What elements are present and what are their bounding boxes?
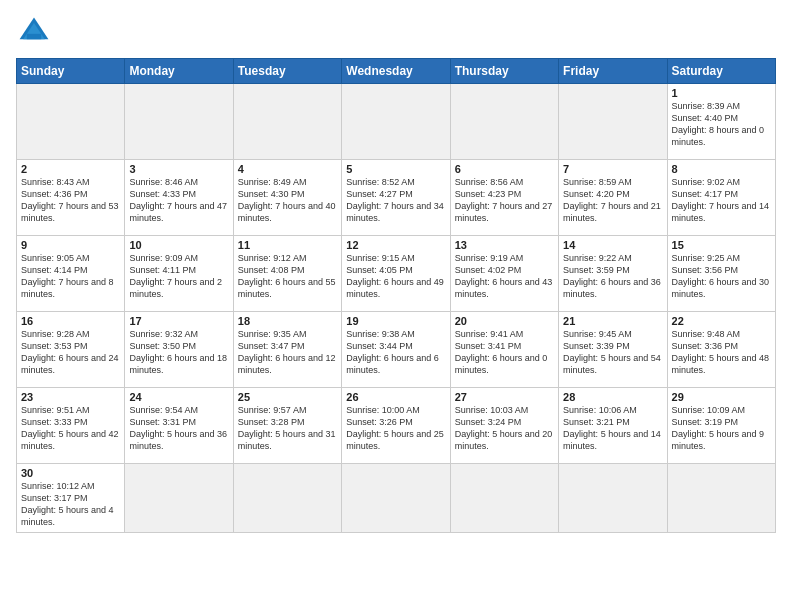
day-info: Sunrise: 10:00 AM Sunset: 3:26 PM Daylig… (346, 404, 445, 453)
calendar-day-cell: 5Sunrise: 8:52 AM Sunset: 4:27 PM Daylig… (342, 160, 450, 236)
calendar-day-cell (233, 84, 341, 160)
day-number: 18 (238, 315, 337, 327)
calendar-day-header: Saturday (667, 59, 775, 84)
calendar-day-cell: 27Sunrise: 10:03 AM Sunset: 3:24 PM Dayl… (450, 388, 558, 464)
day-info: Sunrise: 8:49 AM Sunset: 4:30 PM Dayligh… (238, 176, 337, 225)
calendar-week-row: 1Sunrise: 8:39 AM Sunset: 4:40 PM Daylig… (17, 84, 776, 160)
day-number: 16 (21, 315, 120, 327)
day-number: 27 (455, 391, 554, 403)
calendar-day-cell: 19Sunrise: 9:38 AM Sunset: 3:44 PM Dayli… (342, 312, 450, 388)
day-number: 28 (563, 391, 662, 403)
day-info: Sunrise: 9:22 AM Sunset: 3:59 PM Dayligh… (563, 252, 662, 301)
day-number: 12 (346, 239, 445, 251)
day-info: Sunrise: 9:38 AM Sunset: 3:44 PM Dayligh… (346, 328, 445, 377)
day-info: Sunrise: 9:41 AM Sunset: 3:41 PM Dayligh… (455, 328, 554, 377)
calendar-day-cell: 2Sunrise: 8:43 AM Sunset: 4:36 PM Daylig… (17, 160, 125, 236)
day-number: 8 (672, 163, 771, 175)
calendar-day-cell: 6Sunrise: 8:56 AM Sunset: 4:23 PM Daylig… (450, 160, 558, 236)
day-number: 21 (563, 315, 662, 327)
day-info: Sunrise: 9:05 AM Sunset: 4:14 PM Dayligh… (21, 252, 120, 301)
calendar-day-cell (450, 464, 558, 533)
day-number: 2 (21, 163, 120, 175)
calendar-day-cell: 14Sunrise: 9:22 AM Sunset: 3:59 PM Dayli… (559, 236, 667, 312)
calendar-day-header: Thursday (450, 59, 558, 84)
day-number: 3 (129, 163, 228, 175)
calendar-week-row: 9Sunrise: 9:05 AM Sunset: 4:14 PM Daylig… (17, 236, 776, 312)
day-info: Sunrise: 8:52 AM Sunset: 4:27 PM Dayligh… (346, 176, 445, 225)
day-info: Sunrise: 8:59 AM Sunset: 4:20 PM Dayligh… (563, 176, 662, 225)
day-info: Sunrise: 9:28 AM Sunset: 3:53 PM Dayligh… (21, 328, 120, 377)
page: SundayMondayTuesdayWednesdayThursdayFrid… (0, 0, 792, 612)
calendar-day-cell (342, 84, 450, 160)
day-number: 1 (672, 87, 771, 99)
day-info: Sunrise: 9:45 AM Sunset: 3:39 PM Dayligh… (563, 328, 662, 377)
calendar-day-cell (559, 464, 667, 533)
day-info: Sunrise: 10:06 AM Sunset: 3:21 PM Daylig… (563, 404, 662, 453)
day-info: Sunrise: 9:19 AM Sunset: 4:02 PM Dayligh… (455, 252, 554, 301)
day-number: 26 (346, 391, 445, 403)
day-info: Sunrise: 9:09 AM Sunset: 4:11 PM Dayligh… (129, 252, 228, 301)
day-info: Sunrise: 10:03 AM Sunset: 3:24 PM Daylig… (455, 404, 554, 453)
day-info: Sunrise: 8:43 AM Sunset: 4:36 PM Dayligh… (21, 176, 120, 225)
calendar-day-cell: 3Sunrise: 8:46 AM Sunset: 4:33 PM Daylig… (125, 160, 233, 236)
calendar-day-cell: 16Sunrise: 9:28 AM Sunset: 3:53 PM Dayli… (17, 312, 125, 388)
day-number: 7 (563, 163, 662, 175)
day-number: 15 (672, 239, 771, 251)
day-number: 13 (455, 239, 554, 251)
day-info: Sunrise: 9:32 AM Sunset: 3:50 PM Dayligh… (129, 328, 228, 377)
day-number: 22 (672, 315, 771, 327)
day-number: 9 (21, 239, 120, 251)
calendar-week-row: 16Sunrise: 9:28 AM Sunset: 3:53 PM Dayli… (17, 312, 776, 388)
calendar-day-header: Friday (559, 59, 667, 84)
day-info: Sunrise: 9:15 AM Sunset: 4:05 PM Dayligh… (346, 252, 445, 301)
calendar-day-cell (125, 464, 233, 533)
calendar-day-cell: 4Sunrise: 8:49 AM Sunset: 4:30 PM Daylig… (233, 160, 341, 236)
day-number: 29 (672, 391, 771, 403)
logo-icon (16, 14, 52, 50)
calendar-day-cell: 13Sunrise: 9:19 AM Sunset: 4:02 PM Dayli… (450, 236, 558, 312)
calendar-day-cell (125, 84, 233, 160)
calendar-day-cell: 8Sunrise: 9:02 AM Sunset: 4:17 PM Daylig… (667, 160, 775, 236)
calendar-day-cell: 18Sunrise: 9:35 AM Sunset: 3:47 PM Dayli… (233, 312, 341, 388)
calendar-week-row: 2Sunrise: 8:43 AM Sunset: 4:36 PM Daylig… (17, 160, 776, 236)
svg-rect-2 (27, 34, 41, 39)
calendar-day-cell: 1Sunrise: 8:39 AM Sunset: 4:40 PM Daylig… (667, 84, 775, 160)
calendar-day-cell: 21Sunrise: 9:45 AM Sunset: 3:39 PM Dayli… (559, 312, 667, 388)
calendar-week-row: 23Sunrise: 9:51 AM Sunset: 3:33 PM Dayli… (17, 388, 776, 464)
calendar-week-row: 30Sunrise: 10:12 AM Sunset: 3:17 PM Dayl… (17, 464, 776, 533)
calendar-day-cell: 29Sunrise: 10:09 AM Sunset: 3:19 PM Dayl… (667, 388, 775, 464)
calendar-day-header: Tuesday (233, 59, 341, 84)
calendar-day-cell: 26Sunrise: 10:00 AM Sunset: 3:26 PM Dayl… (342, 388, 450, 464)
calendar-day-cell (342, 464, 450, 533)
day-number: 14 (563, 239, 662, 251)
calendar-day-cell: 22Sunrise: 9:48 AM Sunset: 3:36 PM Dayli… (667, 312, 775, 388)
day-number: 5 (346, 163, 445, 175)
day-info: Sunrise: 9:35 AM Sunset: 3:47 PM Dayligh… (238, 328, 337, 377)
day-info: Sunrise: 9:25 AM Sunset: 3:56 PM Dayligh… (672, 252, 771, 301)
day-info: Sunrise: 9:54 AM Sunset: 3:31 PM Dayligh… (129, 404, 228, 453)
header (16, 10, 776, 50)
calendar-day-cell: 12Sunrise: 9:15 AM Sunset: 4:05 PM Dayli… (342, 236, 450, 312)
calendar-day-cell: 7Sunrise: 8:59 AM Sunset: 4:20 PM Daylig… (559, 160, 667, 236)
day-number: 23 (21, 391, 120, 403)
calendar-day-cell (17, 84, 125, 160)
calendar-day-cell (559, 84, 667, 160)
calendar-day-cell: 11Sunrise: 9:12 AM Sunset: 4:08 PM Dayli… (233, 236, 341, 312)
day-info: Sunrise: 10:09 AM Sunset: 3:19 PM Daylig… (672, 404, 771, 453)
calendar-day-header: Wednesday (342, 59, 450, 84)
day-number: 20 (455, 315, 554, 327)
day-info: Sunrise: 9:48 AM Sunset: 3:36 PM Dayligh… (672, 328, 771, 377)
day-number: 25 (238, 391, 337, 403)
day-number: 11 (238, 239, 337, 251)
calendar-day-cell: 28Sunrise: 10:06 AM Sunset: 3:21 PM Dayl… (559, 388, 667, 464)
calendar-day-header: Monday (125, 59, 233, 84)
calendar-day-cell: 20Sunrise: 9:41 AM Sunset: 3:41 PM Dayli… (450, 312, 558, 388)
calendar-day-cell: 10Sunrise: 9:09 AM Sunset: 4:11 PM Dayli… (125, 236, 233, 312)
calendar-day-cell: 23Sunrise: 9:51 AM Sunset: 3:33 PM Dayli… (17, 388, 125, 464)
day-info: Sunrise: 10:12 AM Sunset: 3:17 PM Daylig… (21, 480, 120, 529)
day-number: 6 (455, 163, 554, 175)
day-info: Sunrise: 9:12 AM Sunset: 4:08 PM Dayligh… (238, 252, 337, 301)
logo (16, 14, 54, 50)
calendar-day-cell (233, 464, 341, 533)
calendar-day-cell: 17Sunrise: 9:32 AM Sunset: 3:50 PM Dayli… (125, 312, 233, 388)
